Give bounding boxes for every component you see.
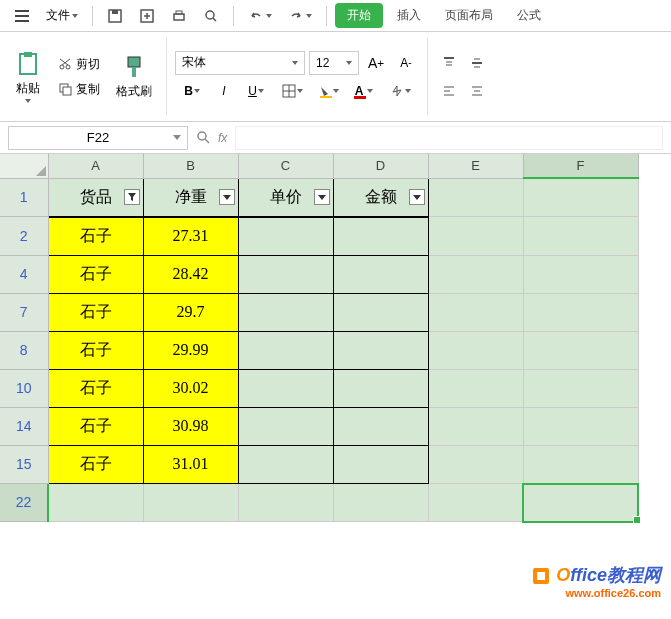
cell[interactable] — [523, 293, 638, 331]
cell[interactable] — [523, 255, 638, 293]
print-icon[interactable] — [165, 4, 193, 28]
effects-button[interactable] — [383, 79, 417, 103]
tab-start[interactable]: 开始 — [335, 3, 383, 28]
row-header[interactable]: 8 — [0, 331, 48, 369]
decrease-font-icon[interactable]: A- — [393, 51, 419, 75]
cell[interactable] — [428, 293, 523, 331]
align-left-icon[interactable] — [436, 79, 462, 103]
file-menu[interactable]: 文件 — [40, 3, 84, 28]
cell[interactable]: 石子 — [48, 293, 143, 331]
cell[interactable] — [333, 484, 428, 522]
row-header[interactable]: 15 — [0, 445, 48, 483]
cell[interactable] — [428, 369, 523, 407]
cell[interactable] — [238, 407, 333, 445]
cell[interactable] — [333, 293, 428, 331]
search-icon[interactable] — [196, 130, 212, 146]
col-header-d[interactable]: D — [333, 154, 428, 178]
cell[interactable] — [428, 217, 523, 255]
cell[interactable] — [238, 484, 333, 522]
filter-button[interactable] — [124, 189, 140, 205]
cell[interactable] — [523, 407, 638, 445]
format-painter-button[interactable]: 格式刷 — [110, 38, 158, 115]
select-all-corner[interactable] — [0, 154, 48, 178]
row-header[interactable]: 4 — [0, 255, 48, 293]
cell[interactable]: 石子 — [48, 255, 143, 293]
cell[interactable] — [428, 445, 523, 483]
cell[interactable]: 石子 — [48, 217, 143, 255]
cell[interactable]: 石子 — [48, 445, 143, 483]
row-header[interactable]: 22 — [0, 484, 48, 522]
font-size-select[interactable]: 12 — [309, 51, 359, 75]
cell[interactable] — [333, 369, 428, 407]
cell[interactable] — [333, 407, 428, 445]
formula-input[interactable] — [235, 126, 663, 150]
col-header-e[interactable]: E — [428, 154, 523, 178]
redo-icon[interactable] — [282, 4, 318, 28]
col-header-a[interactable]: A — [48, 154, 143, 178]
cell[interactable] — [523, 217, 638, 255]
cell[interactable] — [238, 369, 333, 407]
fx-label[interactable]: fx — [218, 131, 227, 145]
cell[interactable] — [428, 331, 523, 369]
paste-button[interactable]: 粘贴 — [8, 38, 48, 115]
cell[interactable]: 31.01 — [143, 445, 238, 483]
filter-button[interactable] — [314, 189, 330, 205]
cell[interactable] — [143, 484, 238, 522]
cell[interactable]: 29.99 — [143, 331, 238, 369]
cell[interactable] — [523, 331, 638, 369]
cell[interactable] — [428, 178, 523, 216]
cell[interactable] — [428, 255, 523, 293]
header-cell-d[interactable]: 金额 — [333, 178, 428, 216]
cell[interactable] — [523, 445, 638, 483]
name-box[interactable]: F22 — [8, 126, 188, 150]
cell[interactable] — [238, 293, 333, 331]
undo-icon[interactable] — [242, 4, 278, 28]
cell[interactable] — [523, 178, 638, 216]
font-name-select[interactable]: 宋体 — [175, 51, 305, 75]
tab-formula[interactable]: 公式 — [507, 3, 551, 28]
col-header-f[interactable]: F — [523, 154, 638, 178]
row-header[interactable]: 7 — [0, 293, 48, 331]
italic-button[interactable]: I — [211, 79, 237, 103]
col-header-c[interactable]: C — [238, 154, 333, 178]
row-header[interactable]: 14 — [0, 407, 48, 445]
increase-font-icon[interactable]: A+ — [363, 51, 389, 75]
cell[interactable]: 石子 — [48, 407, 143, 445]
cell[interactable] — [238, 217, 333, 255]
row-header[interactable]: 10 — [0, 369, 48, 407]
col-header-b[interactable]: B — [143, 154, 238, 178]
cell[interactable] — [333, 217, 428, 255]
cell[interactable]: 30.98 — [143, 407, 238, 445]
font-color-button[interactable]: A — [347, 79, 381, 103]
cell[interactable] — [333, 445, 428, 483]
cell[interactable] — [428, 407, 523, 445]
preview-icon[interactable] — [197, 4, 225, 28]
row-header[interactable]: 2 — [0, 217, 48, 255]
align-center-icon[interactable] — [464, 79, 490, 103]
cell[interactable] — [428, 484, 523, 522]
cell[interactable] — [48, 484, 143, 522]
cell[interactable]: 27.31 — [143, 217, 238, 255]
cell[interactable]: 30.02 — [143, 369, 238, 407]
header-cell-c[interactable]: 单价 — [238, 178, 333, 216]
cell[interactable]: 28.42 — [143, 255, 238, 293]
cell[interactable] — [333, 255, 428, 293]
cell[interactable] — [523, 369, 638, 407]
save-icon[interactable] — [101, 4, 129, 28]
cell[interactable] — [333, 331, 428, 369]
cell[interactable] — [238, 331, 333, 369]
filter-button[interactable] — [219, 189, 235, 205]
active-cell[interactable] — [523, 484, 638, 522]
underline-button[interactable]: U — [239, 79, 273, 103]
fill-color-button[interactable] — [311, 79, 345, 103]
tab-insert[interactable]: 插入 — [387, 3, 431, 28]
filter-button[interactable] — [409, 189, 425, 205]
cell[interactable]: 29.7 — [143, 293, 238, 331]
border-button[interactable] — [275, 79, 309, 103]
align-middle-icon[interactable] — [464, 51, 490, 75]
cell[interactable]: 石子 — [48, 369, 143, 407]
save-as-icon[interactable] — [133, 4, 161, 28]
bold-button[interactable]: B — [175, 79, 209, 103]
copy-button[interactable]: 复制 — [54, 79, 104, 100]
align-top-icon[interactable] — [436, 51, 462, 75]
